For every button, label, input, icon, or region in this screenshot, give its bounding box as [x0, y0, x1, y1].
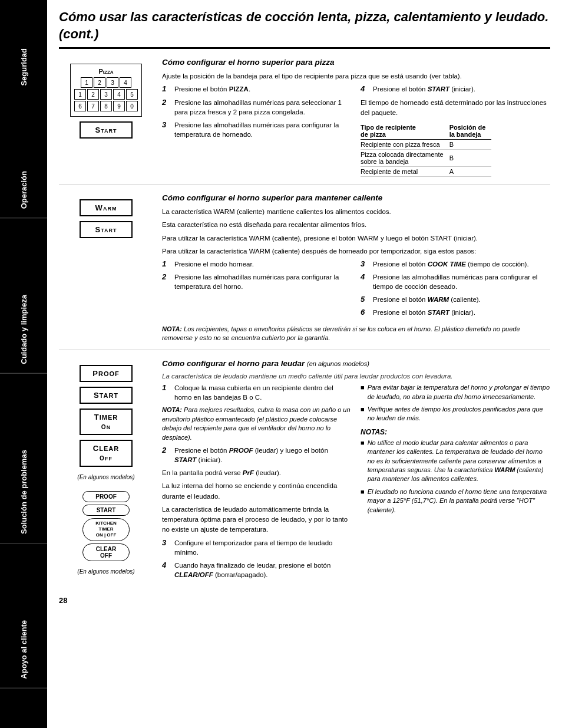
warm-body2: Esta característica no está diseñada par… [162, 220, 550, 230]
round-clear-off-button[interactable]: CLEAROFF [82, 543, 130, 561]
warm-step-6: 6 Presione el botón START (iniciar). [361, 308, 550, 317]
proof-step-2: 2 Presione el botón PROOF (leudar) y lue… [162, 446, 352, 465]
proof-start-button[interactable]: START [80, 387, 133, 404]
sidebar: Seguridad Operación Cuidado y limpieza S… [0, 0, 47, 728]
warm-step-1: 1 Presione el modo hornear. [162, 259, 352, 269]
key-3b[interactable]: 3 [100, 89, 112, 100]
proof-bullet-1: ■ Para evitar bajar la temperatura del h… [361, 383, 550, 401]
key-0[interactable]: 0 [126, 101, 138, 111]
key-2[interactable]: 2 [94, 77, 105, 88]
warm-controls: Warm Start [59, 193, 153, 342]
key-7[interactable]: 7 [87, 101, 99, 111]
warm-steps-right: 3 Presione el botón COOK TIME (tiempo de… [361, 259, 550, 321]
proof-small-note: (En algunos modelos) [77, 474, 134, 480]
proof-step-3: 3 Configure el temporizador para el tiem… [162, 538, 352, 557]
key-1b[interactable]: 1 [74, 89, 86, 100]
proof-steps-left: 1 Coloque la masa cubierta en un recipie… [162, 383, 352, 583]
main-content: Cómo usar las características de cocción… [47, 0, 562, 728]
proof-subtitle: La característica de leudado mantiene un… [162, 373, 550, 380]
proof-step-4: 4 Cuando haya finalizado de leudar, pres… [162, 561, 352, 579]
warm-body4: Para utilizar la característica WARM (ca… [162, 246, 550, 256]
page-title: Cómo usar las características de cocción… [59, 9, 550, 49]
sidebar-item-apoyo: Apoyo al cliente [0, 611, 47, 689]
pizza-step-3: 3 Presione las almohadillas numéricas pa… [162, 120, 352, 139]
warm-steps-left: 1 Presione el modo hornear. 2 Presione l… [162, 259, 352, 321]
sidebar-item-cuidado: Cuidado y limpieza [0, 286, 47, 374]
page-number: 28 [59, 596, 550, 605]
clear-off-button[interactable]: CLEAR OFF [80, 440, 133, 466]
timer-on-button[interactable]: TIMER ON [80, 409, 133, 435]
warm-content: Cómo configurar el horno superior para m… [153, 193, 550, 342]
pizza-controls: Pizza 1 2 3 4 1 2 3 4 5 6 7 8 [59, 58, 153, 177]
proof-auto-text: La característica de leudado automáticam… [162, 505, 352, 535]
numpad-row-2: 1 2 3 4 5 [74, 89, 138, 100]
pizza-steps-container: 1 Presione el botón PIZZA. 2 Presione la… [162, 84, 550, 177]
sidebar-item-seguridad: Seguridad [0, 39, 47, 95]
proof-section-title: Cómo configurar el horno para leudar (en… [162, 359, 550, 368]
key-5[interactable]: 5 [126, 89, 138, 100]
key-9[interactable]: 9 [113, 101, 125, 111]
proof-bullet-2: ■ Verifique antes de tiempo los producto… [361, 405, 550, 423]
key-4b[interactable]: 4 [113, 89, 125, 100]
proof-section: PROOF START TIMER ON CLEAR OFF (En algun… [59, 359, 550, 590]
pizza-content: Cómo configurar el horno superior para p… [153, 58, 550, 177]
proof-nota-1: ■ No utilice el modo leudar para calenta… [361, 439, 550, 484]
key-8[interactable]: 8 [100, 101, 112, 111]
pizza-steps-right: 4 Presione el botón START (iniciar). El … [361, 84, 550, 177]
pizza-step-2: 2 Presione las almohadillas numéricas pa… [162, 98, 352, 117]
proof-small-note2: (En algunos modelos) [77, 568, 134, 575]
warm-body3: Para utilizar la característica WARM (ca… [162, 233, 550, 243]
warm-step-5: 5 Presione el botón WARM (caliente). [361, 295, 550, 304]
pizza-step-4: 4 Presione el botón START (iniciar). [361, 84, 550, 94]
proof-content-container: 1 Coloque la masa cubierta en un recipie… [162, 383, 550, 583]
proof-button[interactable]: PROOF [80, 365, 133, 382]
notas-title: NOTAS: [361, 428, 550, 436]
numpad-row-3: 6 7 8 9 0 [74, 101, 138, 111]
numpad-row-1: 1 2 3 4 [74, 77, 138, 88]
warm-steps-container: 1 Presione el modo hornear. 2 Presione l… [162, 259, 550, 321]
key-3[interactable]: 3 [107, 77, 118, 88]
proof-display-text: En la pantalla podrá verse PrF (leudar). [162, 468, 352, 478]
warm-section: Warm Start Cómo configurar el horno supe… [59, 193, 550, 350]
warm-step-3: 3 Presione el botón COOK TIME (tiempo de… [361, 259, 550, 269]
warm-note: NOTA: Los recipientes, tapas o envoltori… [162, 325, 550, 343]
pizza-steps-left: 1 Presione el botón PIZZA. 2 Presione la… [162, 84, 352, 177]
key-1[interactable]: 1 [81, 77, 92, 88]
pizza-section-title: Cómo configurar el horno superior para p… [162, 58, 550, 67]
warm-start-button[interactable]: Start [80, 221, 133, 238]
round-buttons-diagram: PROOF START KITCHENTIMERON | OFF CLEAROF… [82, 491, 130, 561]
warm-section-title: Cómo configurar el horno superior para m… [162, 193, 550, 202]
warm-button[interactable]: Warm [80, 199, 133, 216]
sidebar-item-solucion: Solución de problemas [0, 441, 47, 543]
key-6[interactable]: 6 [74, 101, 86, 111]
proof-step-1: 1 Coloque la masa cubierta en un recipie… [162, 383, 352, 402]
pizza-start-button[interactable]: Start [80, 121, 133, 139]
proof-steps-right: ■ Para evitar bajar la temperatura del h… [361, 383, 550, 583]
round-start-button[interactable]: START [82, 505, 130, 516]
proof-controls: PROOF START TIMER ON CLEAR OFF (En algun… [59, 359, 153, 583]
proof-content: Cómo configurar el horno para leudar (en… [153, 359, 550, 583]
warm-body1: La característica WARM (caliente) mantie… [162, 207, 550, 217]
proof-nota-2: ■ El leudado no funciona cuando el horno… [361, 487, 550, 515]
proof-light-text: La luz interna del horno se enciende y c… [162, 481, 352, 502]
warm-step-4: 4 Presione las almohadillas numéricas pa… [361, 272, 550, 291]
pizza-extra-text: El tiempo de horneado está determinado p… [361, 98, 550, 118]
round-proof-button[interactable]: PROOF [82, 491, 130, 502]
pizza-numpad: Pizza 1 2 3 4 1 2 3 4 5 6 7 8 [70, 64, 142, 117]
key-2b[interactable]: 2 [87, 89, 99, 100]
proof-notas-section: NOTAS: ■ No utilice el modo leudar para … [361, 428, 550, 515]
warm-step-2: 2 Presione las almohadillas numéricas pa… [162, 272, 352, 291]
key-4[interactable]: 4 [120, 77, 131, 88]
pizza-table: Tipo de recipientede pizza Posición dela… [361, 123, 550, 177]
pizza-adjust-text: Ajuste la posición de la bandeja para el… [162, 71, 550, 81]
proof-nota: NOTA: Para mejores resultados, cubra la … [162, 406, 352, 442]
round-kitchen-timer-button[interactable]: KITCHENTIMERON | OFF [82, 518, 130, 541]
pizza-step-1: 1 Presione el botón PIZZA. [162, 84, 352, 94]
pizza-section: Pizza 1 2 3 4 1 2 3 4 5 6 7 8 [59, 58, 550, 185]
sidebar-item-operacion: Operación [0, 162, 47, 218]
